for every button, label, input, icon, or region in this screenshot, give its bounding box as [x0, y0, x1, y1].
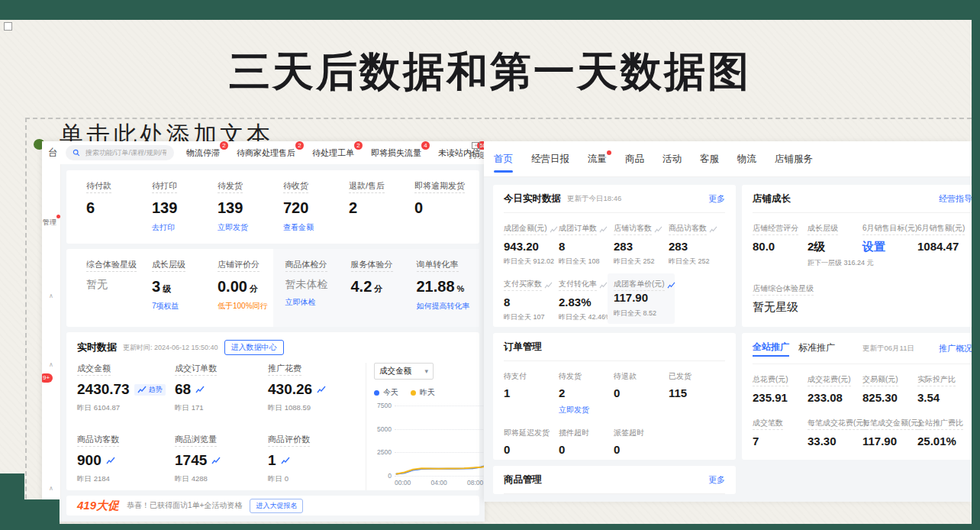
- trend-chip[interactable]: 趋势: [134, 384, 166, 396]
- nav-logistics[interactable]: 物流: [737, 153, 756, 166]
- trend-icon[interactable]: [599, 282, 608, 289]
- view-amount-link[interactable]: 查看金额: [283, 222, 314, 233]
- chevron-up-icon[interactable]: ∧: [49, 485, 53, 492]
- check-now-link[interactable]: 立即体检: [285, 297, 316, 308]
- left-topbar-tabs: 物流停滞 2 待商家处理售后 2 待处理工单 2 即将损失流量 4 未读站内信: [186, 147, 480, 159]
- trend-icon[interactable]: [211, 457, 221, 464]
- chevron-up-icon[interactable]: ∧: [49, 361, 53, 368]
- trend-icon[interactable]: [317, 386, 326, 393]
- badge-count: 4: [421, 141, 430, 150]
- window-icon[interactable]: +: [472, 142, 480, 149]
- go-print-link[interactable]: 去打印: [152, 222, 175, 233]
- today-metric-highlight: 成团客单价(元) 117.90 昨日全天 8.52: [614, 279, 675, 324]
- promotion-overview-link[interactable]: 推广概况: [939, 343, 972, 354]
- tab-pending-aftersale[interactable]: 待商家处理售后 2: [237, 147, 295, 159]
- nav-shop-services[interactable]: 店铺服务: [775, 153, 813, 166]
- promotion-metric: 实际投产比 3.54: [917, 374, 972, 404]
- promo-badge: 419大促: [77, 499, 119, 513]
- improve-conversion-link[interactable]: 如何提高转化率: [417, 301, 470, 312]
- ship-now-link[interactable]: 立即发货: [559, 405, 589, 415]
- trend-icon[interactable]: [599, 226, 608, 233]
- todo-metric: 待付款 6: [86, 180, 152, 244]
- tab-logistics-stalled[interactable]: 物流停滞 2: [186, 147, 220, 159]
- trend-icon[interactable]: [544, 282, 553, 289]
- badge-count: 2: [295, 141, 304, 150]
- tab-pending-ticket[interactable]: 待处理工单 2: [312, 147, 354, 159]
- tab-sitewide-promotion[interactable]: 全站推广: [753, 341, 789, 357]
- trend-icon[interactable]: [667, 282, 675, 289]
- below-peers-link[interactable]: 低于100%同行: [218, 301, 268, 312]
- legend-today[interactable]: 今天: [374, 387, 398, 398]
- trend-chart-svg: [395, 406, 485, 476]
- promotion-metric: 交易额(元) 825.30: [862, 374, 917, 404]
- score-metric: 服务体验分 4.2分: [351, 259, 417, 327]
- trend-icon: [137, 386, 147, 393]
- score-metric: 综合体验星级 暂无: [86, 259, 152, 327]
- logo-fragment: 台: [48, 146, 58, 160]
- order-management-card: 订单管理 待支付 1 待发货 2 立即发货 待退款: [493, 333, 736, 460]
- search-icon: [72, 149, 81, 157]
- realtime-card: 实时数据 更新时间: 2024-06-12 15:50:40 进入数据中心 成交…: [66, 332, 479, 490]
- search-input-wrap[interactable]: [66, 145, 174, 160]
- today-realtime-card: 今日实时数据 更新于今日18:46 更多 成团金额(元) 943.20 昨日全天…: [493, 185, 736, 327]
- tab-standard-promotion[interactable]: 标准推广: [798, 341, 835, 356]
- realtime-title: 实时数据: [77, 341, 117, 354]
- promotion-metric: 成交笔数 7: [753, 418, 808, 448]
- order-metric: 派签超时 0: [614, 428, 669, 456]
- today-metric: 支付买家数 8 昨日全天 107: [504, 279, 559, 324]
- set-target-link[interactable]: 设置: [862, 240, 917, 254]
- order-metric: 即将延迟发货 0: [504, 428, 559, 456]
- badge-count: 2: [354, 141, 363, 150]
- trend-icon[interactable]: [709, 226, 717, 233]
- slide-canvas: 三天后数据和第一天数据图 单击此处添加文本 台 物流停滞 2 待商家处理售后: [0, 0, 980, 530]
- growth-metric: 6月销售额(元) 1084.47: [917, 223, 972, 268]
- canvas-edge-top: [0, 0, 980, 20]
- todo-metric: 退款/售后 2: [349, 180, 414, 244]
- slide-corner-handle[interactable]: [4, 22, 12, 31]
- promo-button[interactable]: 进入大促报名: [250, 499, 303, 513]
- trend-icon[interactable]: [281, 457, 290, 464]
- data-center-button[interactable]: 进入数据中心: [224, 340, 284, 355]
- promotion-metric: 每笔成交金额(元) 117.90: [862, 418, 917, 448]
- trend-icon[interactable]: [106, 457, 115, 464]
- ship-now-link[interactable]: 立即发货: [218, 222, 248, 233]
- sidebar-item-manage[interactable]: 管理: [43, 218, 56, 228]
- promo-text: 恭喜！已获得面访1单+全活动资格: [127, 500, 242, 511]
- score-metric: 询单转化率 21.88% 如何提高转化率: [417, 259, 482, 327]
- metric-select[interactable]: 成交金额 ▾: [374, 363, 434, 380]
- score-metric: 商品体检分 暂未体检 立即体检: [285, 259, 351, 327]
- promotion-metric: 全站推广费比 25.01%: [917, 418, 972, 448]
- legend-dot: [411, 390, 416, 396]
- legend-yesterday[interactable]: 昨天: [411, 387, 435, 398]
- promotion-metric: 每笔成交花费(元) 33.30: [808, 418, 862, 448]
- score-card: 综合体验星级 暂无 成长层级 3级 7项权益 店铺评价分 0.00分 低于100…: [66, 249, 479, 327]
- business-guide-link[interactable]: 经营指导: [939, 193, 972, 205]
- nav-goods[interactable]: 商品: [625, 153, 644, 166]
- promotion-metric: 成交花费(元) 233.08: [808, 374, 862, 404]
- search-input[interactable]: [84, 148, 168, 157]
- more-link[interactable]: 更多: [708, 193, 725, 205]
- more-link[interactable]: 更多: [708, 474, 725, 486]
- goods-management-card: 商品管理 更多 在售中 已售罄 已下架: [493, 466, 736, 494]
- nav-activity[interactable]: 活动: [662, 153, 682, 166]
- nav-service[interactable]: 客服: [700, 153, 719, 166]
- trend-icon[interactable]: [654, 226, 662, 233]
- todo-card: 待付款 6 待打印 139 去打印 待发货 139 立即发货: [66, 170, 479, 244]
- nav-home[interactable]: 首页: [494, 153, 513, 166]
- today-metric: 成团金额(元) 943.20 昨日全天 912.02: [504, 223, 559, 267]
- rights-link[interactable]: 7项权益: [152, 301, 179, 312]
- promotion-card: 全站推广 标准推广 更新于06月11日 推广概况 总花费(元) 235.91 成…: [742, 333, 972, 460]
- legend-dot: [374, 390, 379, 396]
- todo-metric: 即将逾期发货 0: [414, 180, 480, 244]
- trend-icon[interactable]: [195, 386, 205, 393]
- tab-traffic-loss[interactable]: 即将损失流量 4: [371, 147, 421, 159]
- chevron-up-icon[interactable]: ∧: [49, 292, 53, 299]
- notification-dot: [607, 150, 611, 155]
- nav-daily-report[interactable]: 经营日报: [531, 153, 569, 166]
- nav-traffic[interactable]: 流量: [588, 153, 607, 166]
- promotion-metric: 总花费(元) 235.91: [753, 374, 808, 404]
- growth-metric: 成长层级 2级 距下一层级 316.24 元: [808, 223, 862, 268]
- today-metric: 商品访客数 283 昨日全天 252: [669, 223, 724, 267]
- chart-x-axis: 00:00 04:00 08:00: [395, 479, 485, 489]
- trend-icon[interactable]: [550, 226, 558, 233]
